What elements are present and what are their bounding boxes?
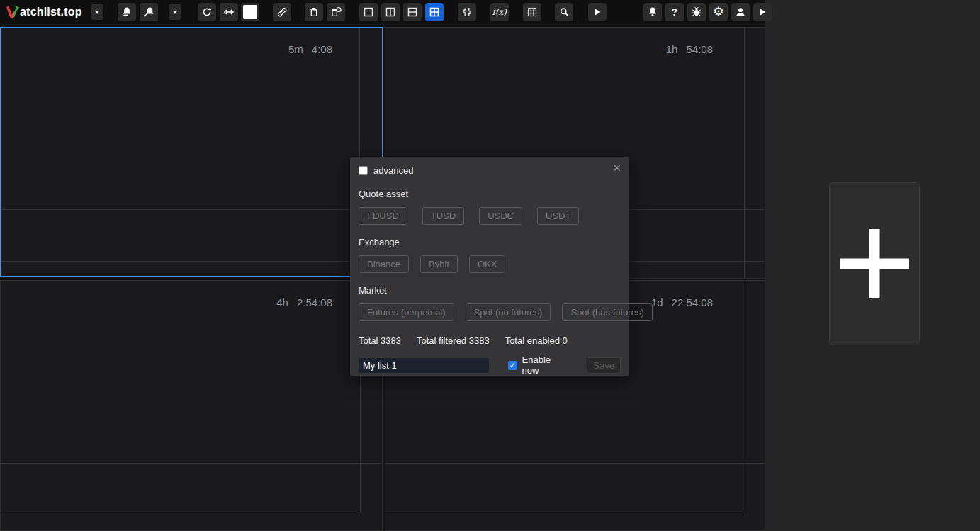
price-alert-button[interactable] xyxy=(118,3,136,21)
bug-icon xyxy=(691,6,702,18)
market-options: Futures (perpetual) Spot (no futures) Sp… xyxy=(359,303,621,321)
chart-pane-4h[interactable]: 4h2:54:08 xyxy=(0,280,383,531)
app-logo[interactable]: atchlist.top xyxy=(6,4,82,20)
trend-alert-bell-icon xyxy=(143,6,154,18)
layout-2col-button[interactable] xyxy=(381,3,400,21)
modal-footer: ✓ Enable now Save xyxy=(359,354,621,376)
delete-button[interactable] xyxy=(305,3,323,21)
trend-alert-button[interactable] xyxy=(140,3,158,21)
advanced-checkbox[interactable] xyxy=(359,166,368,175)
settings-button[interactable]: ⚙ xyxy=(709,3,728,21)
horizontal-extend-button[interactable] xyxy=(220,3,238,21)
option-bybit[interactable]: Bybit xyxy=(420,255,458,273)
pane-timeframe-label: 1d22:54:08 xyxy=(651,296,713,308)
play-button[interactable] xyxy=(588,3,607,21)
pane-timeframe-label: 1h54:08 xyxy=(666,43,713,55)
price-axis-divider xyxy=(744,28,745,278)
time-axis-divider xyxy=(385,513,745,513)
option-tusd[interactable]: TUSD xyxy=(422,207,464,225)
countdown: 2:54:08 xyxy=(297,296,332,308)
countdown: 22:54:08 xyxy=(672,296,713,308)
total-filtered-count: Total filtered 3383 xyxy=(417,335,490,346)
option-spot-no-futures[interactable]: Spot (no futures) xyxy=(466,303,551,321)
save-button[interactable]: Save xyxy=(587,357,621,374)
run-play-icon xyxy=(757,7,767,17)
account-button[interactable] xyxy=(731,3,750,21)
timeframe: 1d xyxy=(651,296,663,308)
logo-text: atchlist.top xyxy=(20,6,82,18)
option-fdusd[interactable]: FDUSD xyxy=(359,207,407,225)
help-icon: ? xyxy=(671,6,677,18)
chart-pane-5m[interactable]: 5m4:08 xyxy=(0,27,383,277)
watchlist-filter-modal: advanced × Quote asset FDUSD TUSD USDC U… xyxy=(350,157,629,376)
check-icon: ✓ xyxy=(509,362,516,369)
total-count: Total 3383 xyxy=(359,335,401,346)
run-button[interactable] xyxy=(753,3,772,21)
logo-mark-icon xyxy=(6,4,21,20)
pane-timeframe-label: 4h2:54:08 xyxy=(276,296,332,308)
trash-icon xyxy=(308,6,320,18)
tools-dropdown-button[interactable] xyxy=(169,4,181,20)
candlestick-icon xyxy=(461,6,473,18)
option-usdc[interactable]: USDC xyxy=(479,207,522,225)
search-icon xyxy=(558,6,570,18)
caret-down-icon xyxy=(94,9,101,16)
enable-now-checkbox[interactable]: ✓ xyxy=(508,361,517,370)
option-spot-has-futures[interactable]: Spot (has futures) xyxy=(562,303,652,321)
settings-gear-icon: ⚙ xyxy=(713,6,723,18)
delete-history-button[interactable] xyxy=(327,3,345,21)
layout-single-button[interactable] xyxy=(359,3,378,21)
screener-grid-button[interactable] xyxy=(523,3,541,21)
exchange-options: Binance Bybit OKX xyxy=(359,255,621,273)
horizontal-arrows-icon xyxy=(223,6,235,18)
reload-icon xyxy=(201,6,213,18)
indicators-button[interactable]: f(x) xyxy=(490,3,509,21)
list-name-input[interactable] xyxy=(359,358,489,373)
chart-style-button[interactable] xyxy=(458,3,476,21)
color-swatch-icon xyxy=(243,5,257,19)
pane-divider xyxy=(385,463,765,464)
account-person-icon xyxy=(735,6,746,18)
option-usdt[interactable]: USDT xyxy=(537,207,579,225)
totals-row: Total 3383 Total filtered 3383 Total ena… xyxy=(359,335,621,346)
layout-grid-2x2-button[interactable] xyxy=(425,3,444,21)
layout-2row-button[interactable] xyxy=(403,3,422,21)
play-icon xyxy=(592,7,602,17)
alert-dropdown-button[interactable] xyxy=(91,4,103,20)
alert-bell-icon xyxy=(121,6,133,18)
countdown: 54:08 xyxy=(686,43,713,55)
advanced-label: advanced xyxy=(373,165,413,176)
layout-single-icon xyxy=(363,6,374,18)
notifications-bell-icon xyxy=(647,6,658,18)
option-okx[interactable]: OKX xyxy=(469,255,505,273)
plus-icon xyxy=(840,229,909,298)
add-watchlist-card[interactable] xyxy=(829,182,920,345)
function-fx-icon: f(x) xyxy=(492,7,507,17)
pane-divider xyxy=(1,209,382,210)
table-grid-icon xyxy=(526,6,538,18)
option-binance[interactable]: Binance xyxy=(359,255,409,273)
top-toolbar: atchlist.top xyxy=(0,0,765,23)
notifications-button[interactable] xyxy=(643,3,662,21)
exchange-title: Exchange xyxy=(359,237,621,247)
timeframe: 5m xyxy=(288,43,303,55)
enable-now-label: Enable now xyxy=(522,354,569,376)
pane-divider xyxy=(1,463,382,464)
color-swatch-button[interactable] xyxy=(241,3,259,21)
price-axis-divider xyxy=(745,281,745,513)
trash-history-icon xyxy=(330,6,342,18)
help-button[interactable]: ? xyxy=(665,3,684,21)
option-futures-perpetual[interactable]: Futures (perpetual) xyxy=(359,303,454,321)
measure-button[interactable] xyxy=(273,3,291,21)
market-title: Market xyxy=(359,285,621,296)
report-bug-button[interactable] xyxy=(687,3,706,21)
pane-timeframe-label: 5m4:08 xyxy=(288,43,332,55)
close-icon[interactable]: × xyxy=(613,161,621,174)
modal-header: advanced xyxy=(359,164,621,177)
reload-button[interactable] xyxy=(198,3,216,21)
layout-2col-icon xyxy=(385,6,396,18)
timeframe: 4h xyxy=(276,296,288,308)
time-axis-divider xyxy=(1,261,382,262)
ruler-icon xyxy=(276,6,288,18)
search-button[interactable] xyxy=(555,3,573,21)
